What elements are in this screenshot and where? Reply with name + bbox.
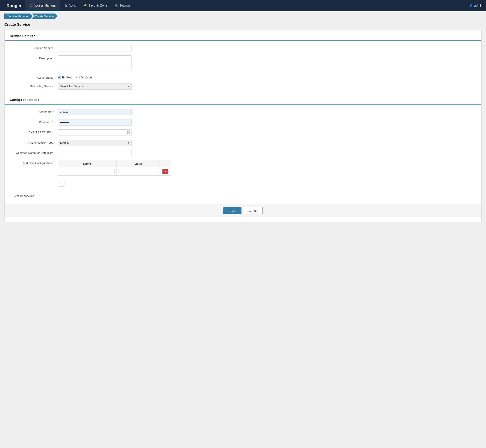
- yarn-rest-url-label: YARN REST URL *: [10, 129, 58, 134]
- breadcrumb-create-service[interactable]: Create Service: [32, 14, 57, 19]
- info-icon: ⓘ: [127, 131, 130, 135]
- nav-user[interactable]: 👤 admin: [469, 4, 483, 8]
- add-config-row-button[interactable]: +: [58, 180, 64, 186]
- radio-group: Enabled Disabled: [58, 75, 132, 79]
- user-icon: 👤: [469, 4, 472, 8]
- brand-logo[interactable]: Ranger: [3, 2, 25, 10]
- active-status-row: Active Status Enabled Disabled: [5, 75, 481, 79]
- bolt-icon: ⚡: [83, 4, 87, 7]
- password-field: [58, 119, 132, 126]
- service-name-label: Service Name *: [10, 45, 58, 50]
- navbar: Ranger ⚿ Access Manager 🗎 Audit ⚡ Securi…: [0, 0, 486, 11]
- service-name-input[interactable]: [58, 45, 132, 51]
- select-tag-service-label: Select Tag Service: [10, 83, 58, 88]
- add-button[interactable]: Add: [223, 207, 242, 214]
- radio-disabled-label[interactable]: Disabled: [76, 76, 92, 79]
- description-label: Description: [10, 55, 58, 60]
- common-name-label: Common Name for Certificate: [10, 150, 58, 154]
- radio-disabled-text: Disabled: [81, 76, 92, 79]
- password-row: Password *: [5, 119, 481, 126]
- test-connection-row: Test Connection: [5, 191, 481, 199]
- password-input[interactable]: [58, 119, 132, 126]
- form-container: Service Details : Service Name * Descrip…: [4, 30, 482, 222]
- config-table-row: ×: [58, 167, 171, 176]
- config-properties-header: Config Properties :: [5, 94, 481, 104]
- password-label: Password *: [10, 119, 58, 124]
- config-table: Name Value: [58, 160, 171, 176]
- page-title: Create Service: [0, 21, 486, 30]
- description-field: [58, 55, 132, 71]
- common-name-input[interactable]: [58, 150, 132, 156]
- radio-enabled-label[interactable]: Enabled: [58, 76, 72, 79]
- auth-type-select[interactable]: Simple Kerberos: [58, 140, 132, 146]
- nav-user-label: admin: [474, 4, 483, 8]
- radio-disabled[interactable]: [76, 76, 80, 79]
- document-icon: 🗎: [64, 4, 67, 7]
- auth-type-row: Authentication Type Simple Kerberos ▼: [5, 140, 481, 146]
- auth-type-field: Simple Kerberos ▼: [58, 140, 132, 146]
- select-tag-service-input[interactable]: Select Tag Service: [58, 83, 132, 89]
- breadcrumb-service-manager-label: Service Manager: [8, 15, 29, 18]
- yarn-rest-url-field: ⓘ: [58, 129, 132, 136]
- service-details-header: Service Details :: [5, 30, 481, 41]
- shield-icon: ⚿: [29, 4, 32, 7]
- add-row-wrapper: +: [58, 178, 171, 186]
- breadcrumb-service-manager[interactable]: Service Manager: [4, 14, 33, 19]
- nav-security-zone[interactable]: ⚡ Security Zone: [79, 0, 111, 11]
- add-new-configs-label: Add New Configurations: [10, 160, 58, 165]
- username-field: [58, 109, 132, 115]
- nav-security-zone-label: Security Zone: [88, 4, 107, 7]
- select-tag-service-wrapper: Select Tag Service ▼: [58, 83, 132, 89]
- test-connection-button[interactable]: Test Connection: [10, 193, 38, 199]
- form-footer: Add Cancel: [5, 204, 481, 217]
- config-name-header: Name: [58, 160, 117, 167]
- nav-audit[interactable]: 🗎 Audit: [60, 0, 79, 11]
- username-row: Username *: [5, 109, 481, 115]
- breadcrumb-create-service-label: Create Service: [35, 15, 54, 18]
- active-status-field: Enabled Disabled: [58, 75, 132, 79]
- nav-settings[interactable]: ⚙ Settings: [111, 0, 134, 11]
- config-table-wrapper: Name Value: [58, 160, 171, 186]
- config-action-header: [160, 160, 171, 167]
- auth-type-wrapper: Simple Kerberos ▼: [58, 140, 132, 146]
- common-name-row: Common Name for Certificate: [5, 150, 481, 156]
- config-value-input[interactable]: [118, 169, 158, 174]
- nav-access-manager[interactable]: ⚿ Access Manager: [25, 0, 60, 11]
- yarn-rest-url-row: YARN REST URL * ⓘ: [5, 129, 481, 136]
- service-name-row: Service Name *: [5, 45, 481, 51]
- auth-type-label: Authentication Type: [10, 140, 58, 144]
- select-tag-service-field: Select Tag Service ▼: [58, 83, 132, 89]
- radio-enabled[interactable]: [58, 76, 61, 79]
- service-name-field: [58, 45, 132, 51]
- breadcrumb: Service Manager Create Service: [0, 11, 486, 21]
- gear-icon: ⚙: [115, 4, 118, 7]
- radio-enabled-text: Enabled: [62, 76, 72, 79]
- description-row: Description: [5, 55, 481, 71]
- config-delete-cell: ×: [160, 167, 171, 176]
- nav-access-manager-label: Access Manager: [34, 4, 56, 7]
- yarn-rest-url-wrapper: ⓘ: [58, 129, 132, 136]
- config-value-cell: [117, 167, 160, 176]
- cancel-button[interactable]: Cancel: [244, 207, 263, 214]
- common-name-field: [58, 150, 132, 156]
- add-new-configs-row: Add New Configurations Name Value: [5, 160, 481, 186]
- config-name-input[interactable]: [60, 169, 115, 174]
- nav-audit-label: Audit: [69, 4, 76, 7]
- username-input[interactable]: [58, 109, 132, 115]
- select-tag-service-row: Select Tag Service Select Tag Service ▼: [5, 83, 481, 89]
- yarn-rest-url-input[interactable]: [58, 129, 132, 136]
- config-name-cell: [58, 167, 117, 176]
- add-new-configs-field: Name Value: [58, 160, 171, 186]
- description-textarea[interactable]: [58, 55, 132, 70]
- config-value-header: Value: [117, 160, 160, 167]
- active-status-label: Active Status: [10, 75, 58, 79]
- nav-settings-label: Settings: [119, 4, 130, 7]
- username-label: Username *: [10, 109, 58, 113]
- delete-config-row-button[interactable]: ×: [162, 169, 169, 174]
